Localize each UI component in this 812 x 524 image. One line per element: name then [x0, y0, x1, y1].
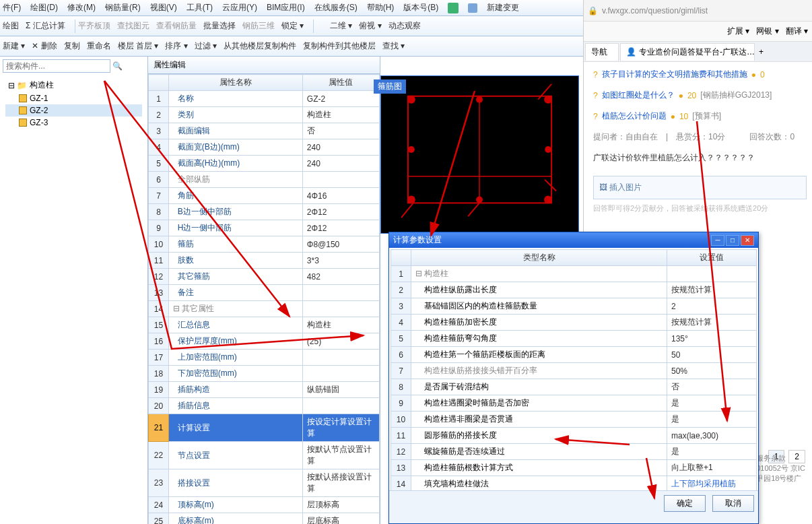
prop-value[interactable]: 纵筋锚固	[302, 382, 379, 398]
prop-name[interactable]: 截面高(H边)(mm)	[169, 156, 303, 172]
tb-copy-to-floor[interactable]: 复制构件到其他楼层	[303, 40, 376, 52]
prop-name[interactable]: H边一侧中部筋	[169, 220, 303, 236]
setting-value[interactable]: 否	[667, 379, 757, 395]
setting-value[interactable]: 按规范计算	[667, 315, 757, 331]
prop-name[interactable]: 截面编辑	[169, 123, 303, 139]
search-icon[interactable]: 🔍	[112, 61, 123, 71]
setting-value[interactable]: 向上取整+1	[667, 460, 757, 476]
prop-name[interactable]: 搭接设置	[169, 469, 303, 497]
menu-rebar[interactable]: 钢筋量(R)	[105, 2, 141, 13]
cancel-button[interactable]: 取消	[712, 495, 754, 512]
tree-root[interactable]: ⊟ 📁 构造柱	[5, 78, 142, 92]
new-change-button[interactable]: 新建变更	[487, 2, 519, 13]
prop-value[interactable]: 2Φ12	[302, 220, 379, 236]
tb-new[interactable]: 新建 ▾	[3, 40, 25, 52]
prop-name[interactable]: 顶标高(m)	[169, 497, 303, 513]
menu-version[interactable]: 版本号(B)	[403, 2, 438, 13]
tb-lock[interactable]: 锁定 ▾	[281, 20, 304, 32]
tb-sum[interactable]: Σ 汇总计算	[26, 20, 65, 32]
menu-online[interactable]: 在线服务(S)	[314, 2, 358, 13]
setting-name[interactable]: 是否属于砖混结构	[411, 379, 667, 395]
prop-name[interactable]: 备注	[169, 285, 303, 301]
prop-value[interactable]	[302, 285, 379, 301]
prop-name[interactable]: 全部纵筋	[169, 172, 303, 188]
prop-value[interactable]	[302, 172, 379, 188]
prop-value[interactable]: 按默认搭接设置计算	[302, 469, 379, 497]
bank-button[interactable]: 网银 ▾	[756, 26, 778, 37]
app-icon-2[interactable]	[468, 3, 477, 13]
prop-value[interactable]: 2Φ12	[302, 204, 379, 220]
related-question[interactable]: ? 如图红圈处是什么？ ●20 [钢筋抽样GGJ2013]	[593, 90, 807, 101]
tb-copy[interactable]: 复制	[64, 40, 80, 52]
prop-name[interactable]: 插筋信息	[169, 398, 303, 414]
prop-name[interactable]: 名称	[169, 91, 303, 107]
prop-name[interactable]: 其它箍筋	[169, 269, 303, 285]
menu-help[interactable]: 帮助(H)	[367, 2, 395, 13]
prop-name[interactable]: 肢数	[169, 253, 303, 269]
prop-name[interactable]: 上加密范围(mm)	[169, 350, 303, 366]
setting-name[interactable]: 基础锚固区内的构造柱箍筋数量	[411, 298, 667, 315]
setting-name[interactable]: 构造柱纵筋搭接接头错开百分率	[411, 363, 667, 379]
question-link[interactable]: 如图红圈处是什么？	[602, 90, 675, 101]
fav-tab[interactable]: 导航	[585, 43, 619, 61]
prop-value[interactable]: 按默认节点设置计算	[302, 442, 379, 469]
prop-name[interactable]: 箍筋	[169, 236, 303, 253]
prop-name[interactable]: 底标高(m)	[169, 513, 303, 525]
tree-item-selected[interactable]: GZ-2	[5, 104, 142, 117]
setting-value[interactable]	[667, 266, 757, 282]
prop-value[interactable]: 240	[302, 139, 379, 156]
menu-view[interactable]: 视图(V)	[150, 2, 177, 13]
setting-name[interactable]: 构造柱纵筋露出长度	[411, 282, 667, 298]
prop-value[interactable]: 482	[302, 269, 379, 285]
prop-value[interactable]: 构造柱	[302, 317, 379, 333]
app-icon-1[interactable]	[448, 3, 459, 13]
tb-2d[interactable]: 二维 ▾	[330, 20, 352, 32]
tb-dynview[interactable]: 动态观察	[388, 20, 421, 32]
tb-copy-from-floor[interactable]: 从其他楼层复制构件	[224, 40, 296, 52]
tb-filter[interactable]: 过滤 ▾	[195, 40, 217, 52]
setting-value[interactable]: 50	[667, 347, 757, 363]
prop-value[interactable]: 按设定计算设置计算	[302, 414, 379, 442]
prop-name[interactable]: 类别	[169, 107, 303, 123]
setting-name[interactable]: 构造柱箍筋弯勾角度	[411, 331, 667, 347]
tb-draw[interactable]: 绘图	[3, 20, 19, 32]
tb-find[interactable]: 查找 ▾	[382, 40, 405, 52]
prop-name[interactable]: 节点设置	[169, 442, 303, 469]
prop-name[interactable]: 保护层厚度(mm)	[169, 333, 303, 350]
prop-value[interactable]: 层顶标高	[302, 497, 379, 513]
prop-value[interactable]: 3*3	[302, 253, 379, 269]
question-link[interactable]: 孩子目计算的安全文明措施费和其他措施	[602, 69, 747, 80]
tree-item[interactable]: GZ-3	[5, 117, 142, 129]
new-tab-button[interactable]: +	[759, 47, 764, 57]
prop-name[interactable]: 角筋	[169, 188, 303, 204]
setting-value[interactable]: 135°	[667, 331, 757, 347]
minimize-button[interactable]: ─	[711, 235, 724, 246]
prop-value[interactable]: GZ-2	[302, 91, 379, 107]
tb-rename[interactable]: 重命名	[87, 40, 111, 52]
prop-value[interactable]	[302, 301, 379, 317]
prop-value[interactable]: 构造柱	[302, 107, 379, 123]
prop-value[interactable]: 层底标高	[302, 513, 379, 525]
setting-value[interactable]: 上下部均采用植筋	[667, 476, 757, 491]
menu-tools[interactable]: 工具(T)	[187, 2, 213, 13]
setting-name[interactable]: 构造柱第一个箍筋距楼板面的距离	[411, 347, 667, 363]
setting-value[interactable]: 按规范计算	[667, 282, 757, 298]
url-text[interactable]: v.fwxgx.com/question/giml/list	[602, 6, 708, 15]
setting-name[interactable]: 填充墙构造柱做法	[411, 476, 667, 491]
prop-name[interactable]: 下加密范围(mm)	[169, 366, 303, 382]
close-button[interactable]: ✕	[741, 235, 754, 246]
setting-value[interactable]: 是	[667, 444, 757, 460]
tb-sort[interactable]: 排序 ▾	[165, 40, 187, 52]
menu-draw[interactable]: 绘图(D)	[30, 2, 58, 13]
ext-button[interactable]: 扩展 ▾	[727, 26, 749, 37]
related-question[interactable]: ? 植筋怎么计价问题 ●10 [预算书]	[593, 110, 807, 122]
setting-value[interactable]: 是	[667, 412, 757, 428]
setting-value[interactable]: 50%	[667, 363, 757, 379]
prop-name[interactable]: 插筋构造	[169, 382, 303, 398]
address-bar[interactable]: 🔒 v.fwxgx.com/question/giml/list	[584, 0, 812, 22]
setting-name[interactable]: 构造柱箍筋加密长度	[411, 315, 667, 331]
setting-name[interactable]: 构造柱遇非圈梁是否贯通	[411, 412, 667, 428]
translate-button[interactable]: 翻译 ▾	[786, 26, 808, 37]
prop-name[interactable]: 截面宽(B边)(mm)	[169, 139, 303, 156]
tb-floor[interactable]: 楼层 首层 ▾	[118, 40, 159, 52]
